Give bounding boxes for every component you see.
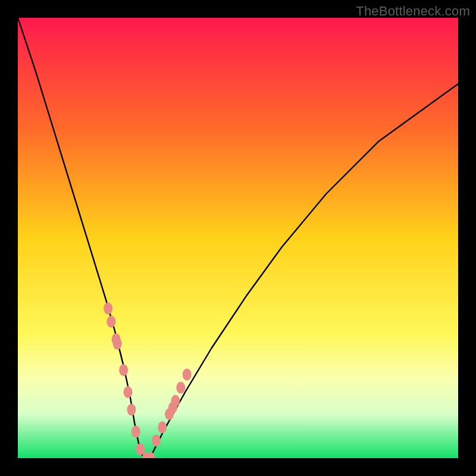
- data-marker: [104, 302, 112, 314]
- data-marker: [127, 404, 136, 416]
- data-marker: [113, 338, 122, 350]
- data-marker: [124, 386, 133, 398]
- data-marker: [176, 382, 185, 394]
- watermark-text: TheBottleneck.com: [356, 4, 470, 19]
- outer-frame: TheBottleneck.com: [0, 0, 476, 476]
- data-marker: [158, 421, 167, 433]
- data-marker: [152, 434, 161, 446]
- data-marker: [183, 368, 192, 380]
- data-marker: [107, 316, 115, 328]
- plot-area: [18, 18, 458, 458]
- chart-svg: [18, 18, 458, 458]
- data-marker: [171, 395, 180, 407]
- data-marker: [136, 443, 145, 455]
- data-marker: [119, 364, 128, 376]
- gradient-background: [18, 18, 458, 458]
- data-marker: [131, 426, 140, 438]
